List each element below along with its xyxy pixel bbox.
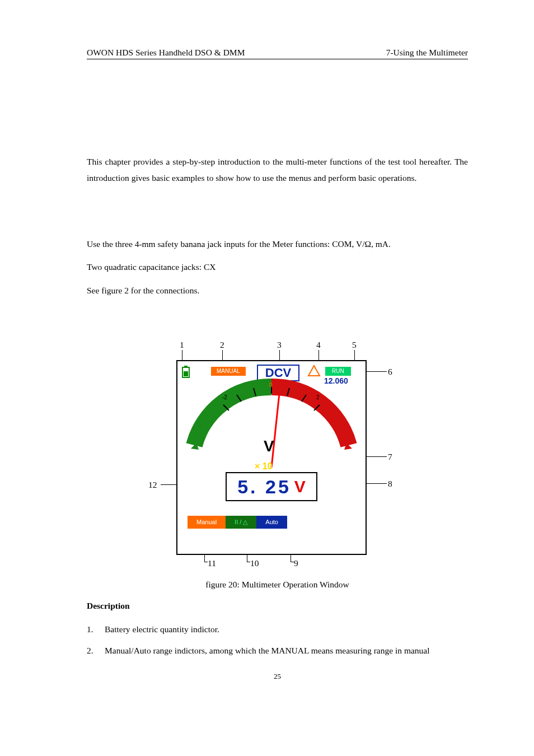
header-left: OWON HDS Series Handheld DSO & DMM [87, 48, 245, 58]
run-chip: RUN [325, 367, 351, 376]
tab-relative[interactable]: II / △ [226, 516, 256, 529]
callout-line [291, 562, 294, 562]
list-item: 2. Manual/Auto range indictors, among wh… [87, 642, 468, 659]
svg-marker-3 [308, 366, 320, 376]
svg-marker-12 [344, 443, 352, 450]
page-header: OWON HDS Series Handheld DSO & DMM 7-Usi… [87, 48, 468, 58]
list-item-number: 1. [87, 621, 105, 637]
relative-triangle-icon [307, 365, 321, 379]
callout-line [247, 562, 250, 562]
mode-box: DCV [257, 365, 299, 381]
main-readout: 5. 25 V [226, 472, 317, 501]
callout-4: 4 [316, 340, 321, 350]
callout-5: 5 [352, 340, 357, 350]
callout-1: 1 [180, 340, 184, 350]
header-right: 7-Using the Multimeter [386, 48, 468, 58]
callout-8: 8 [388, 479, 392, 489]
svg-line-9 [302, 395, 306, 402]
callout-7: 7 [388, 452, 392, 462]
callout-line [367, 371, 387, 372]
callout-line [204, 562, 208, 562]
callout-6: 6 [388, 367, 392, 377]
svg-rect-2 [184, 371, 188, 376]
readout-unit: V [294, 478, 306, 495]
callout-10: 10 [250, 558, 259, 568]
callout-9: 9 [294, 558, 298, 568]
scale-zero: 0 [269, 382, 273, 388]
svg-line-8 [287, 388, 289, 396]
connect-line-1: Use the three 4-mm safety banana jack in… [87, 236, 468, 252]
list-item-number: 2. [87, 642, 105, 659]
figure-multimeter-window: 1 2 3 4 5 6 7 8 12 11 10 9 [148, 340, 395, 570]
callout-2: 2 [220, 340, 224, 350]
figure-caption: figure 20: Multimeter Operation Window [87, 580, 468, 590]
callout-11: 11 [208, 558, 216, 568]
callout-3: 3 [277, 340, 282, 350]
callout-12: 12 [148, 480, 157, 490]
readout-value: 5. 25 [237, 477, 291, 496]
connect-line-3: See figure 2 for the connections. [87, 282, 468, 298]
svg-line-5 [254, 388, 256, 396]
svg-line-10 [314, 405, 320, 410]
battery-icon [182, 366, 190, 378]
list-item: 1. Battery electric quantity indictor. [87, 621, 468, 637]
connect-line-2: Two quadratic capacitance jacks: CX [87, 259, 468, 275]
svg-line-13 [271, 394, 279, 468]
svg-line-6 [237, 395, 241, 402]
scale-pos: 2 [316, 395, 320, 400]
callout-line [367, 456, 387, 457]
manual-chip: MANUAL [211, 367, 246, 376]
list-item-text: Battery electric quantity indictor. [105, 621, 219, 637]
description-heading: Description [87, 601, 468, 611]
page-number: 25 [87, 672, 468, 681]
intro-paragraph: This chapter provides a step-by-step int… [87, 153, 468, 186]
scale-neg: -2 [222, 395, 227, 400]
range-readout: 12.060 [324, 377, 348, 385]
multiplier-label: × 10 [255, 462, 273, 471]
gauge-center-letter: V [264, 438, 274, 454]
tab-manual[interactable]: Manual [188, 516, 226, 529]
svg-line-7 [223, 405, 229, 410]
tab-auto[interactable]: Auto [256, 516, 287, 529]
multimeter-screen: MANUAL DCV RUN 12.060 [176, 360, 367, 555]
soft-tab-row: Manual II / △ Auto [188, 516, 287, 529]
list-item-text: Manual/Auto range indictors, among which… [105, 642, 430, 659]
svg-marker-11 [191, 443, 199, 450]
